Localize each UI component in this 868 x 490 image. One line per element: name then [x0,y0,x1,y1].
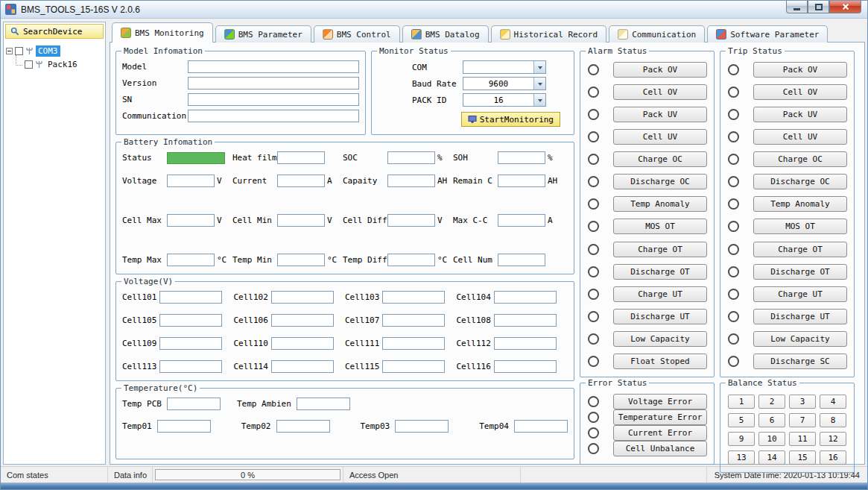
cell106-input[interactable] [271,314,334,327]
charge-ut-button[interactable]: Charge UT [613,286,707,302]
discharge-oc-button[interactable]: Discharge OC [613,174,707,189]
cell103-input[interactable] [382,291,445,304]
balance-cell-12[interactable]: 12 [820,432,846,446]
voltage-input[interactable] [167,175,215,187]
pack16-checkbox[interactable] [25,60,33,69]
max-c-c-input[interactable] [498,214,545,227]
tab-historical-record[interactable]: Historical Record [491,25,607,43]
soc-input[interactable] [387,151,435,164]
pack-uv-button[interactable]: Pack UV [613,107,707,122]
temp-diff-input[interactable] [387,254,435,266]
temp-max-input[interactable] [167,254,215,266]
version-input[interactable] [188,77,359,89]
soh-input[interactable] [498,151,545,164]
communication-input[interactable] [188,110,359,122]
cell116-input[interactable] [494,360,557,373]
tab-bms-datalog[interactable]: BMS Datalog [402,25,489,43]
charge-ot-button[interactable]: Charge OT [613,242,707,257]
balance-cell-13[interactable]: 13 [728,450,755,465]
cell112-input[interactable] [494,337,557,350]
cell113-input[interactable] [159,360,222,373]
current-error-button[interactable]: Current Error [613,425,707,441]
dropdown-arrow-icon[interactable] [533,94,545,106]
balance-cell-8[interactable]: 8 [820,413,846,427]
cell111-input[interactable] [382,337,445,350]
cell-max-input[interactable] [167,214,215,227]
maximize-button[interactable] [808,1,829,13]
cell109-input[interactable] [159,337,222,350]
cell-min-input[interactable] [277,214,325,227]
balance-cell-15[interactable]: 15 [789,450,816,465]
cell-uv-button[interactable]: Cell UV [613,129,707,145]
temp01-input[interactable] [157,420,211,433]
temp-pcb-input[interactable] [167,398,221,410]
search-device-button[interactable]: SearchDevice [5,24,104,39]
temp02-input[interactable] [276,420,330,433]
balance-cell-3[interactable]: 3 [789,395,816,409]
cell-ov-button[interactable]: Cell OV [613,84,707,100]
cell-uv-button[interactable]: Cell UV [753,129,847,145]
discharge-ut-button[interactable]: Discharge UT [753,309,847,324]
balance-cell-11[interactable]: 11 [789,432,816,446]
cell105-input[interactable] [159,314,222,327]
model-input[interactable] [188,60,359,73]
cell102-input[interactable] [271,291,334,304]
balance-cell-2[interactable]: 2 [758,395,785,409]
capaity-input[interactable] [387,175,435,187]
mos-ot-button[interactable]: MOS OT [753,219,847,234]
temp-ambien-input[interactable] [297,398,350,410]
start-monitoring-button[interactable]: StartMonitoring [461,112,560,127]
mos-ot-button[interactable]: MOS OT [613,219,707,234]
discharge-ot-button[interactable]: Discharge OT [613,264,707,280]
com-select[interactable] [463,60,546,74]
charge-ot-button[interactable]: Charge OT [753,242,847,257]
tree-node-pack16[interactable]: Pack16 [6,57,103,71]
balance-cell-7[interactable]: 7 [789,413,816,427]
discharge-sc-button[interactable]: Discharge SC [753,354,847,369]
current-input[interactable] [277,175,325,187]
temp-min-input[interactable] [277,254,325,266]
cell104-input[interactable] [494,291,557,304]
balance-cell-10[interactable]: 10 [758,432,785,446]
discharge-ot-button[interactable]: Discharge OT [753,264,847,280]
cell-ov-button[interactable]: Cell OV [753,84,847,100]
charge-oc-button[interactable]: Charge OC [613,151,707,167]
temp04-input[interactable] [514,420,568,433]
balance-cell-14[interactable]: 14 [758,450,785,465]
tree-expander-icon[interactable] [6,48,13,54]
low-capacity-button[interactable]: Low Capacity [753,331,847,347]
sn-input[interactable] [188,93,359,106]
discharge-ut-button[interactable]: Discharge UT [613,309,707,324]
temp-anomaly-button[interactable]: Temp Anomaly [613,196,707,212]
cell101-input[interactable] [159,291,222,304]
cell114-input[interactable] [271,360,334,373]
cell108-input[interactable] [494,314,557,327]
dropdown-arrow-icon[interactable] [533,78,545,89]
discharge-oc-button[interactable]: Discharge OC [753,174,847,189]
cell-unbalance-button[interactable]: Cell Unbalance [613,441,707,456]
balance-cell-9[interactable]: 9 [728,432,755,446]
remain-c-input[interactable] [498,175,545,187]
tab-bms-parameter[interactable]: BMS Parameter [215,25,311,43]
pack-uv-button[interactable]: Pack UV [753,107,847,122]
com3-checkbox[interactable] [15,47,23,55]
cell110-input[interactable] [271,337,334,350]
voltage-error-button[interactable]: Voltage Error [613,394,707,409]
balance-cell-16[interactable]: 16 [820,450,846,465]
low-capacity-button[interactable]: Low Capacity [613,331,707,347]
pack-ov-button[interactable]: Pack OV [613,62,707,78]
balance-cell-1[interactable]: 1 [728,395,755,409]
heat-film-input[interactable] [277,151,325,164]
temp03-input[interactable] [395,420,449,433]
temp-anomaly-button[interactable]: Temp Anomaly [753,196,847,212]
pack-ov-button[interactable]: Pack OV [753,62,847,78]
charge-oc-button[interactable]: Charge OC [753,151,847,167]
tab-software-parameter[interactable]: Software Parameter [707,25,828,43]
charge-ut-button[interactable]: Charge UT [753,286,847,302]
balance-cell-6[interactable]: 6 [758,413,785,427]
tab-bms-control[interactable]: BMS Control [314,25,400,43]
cell107-input[interactable] [382,314,445,327]
float-stoped-button[interactable]: Float Stoped [613,354,707,369]
balance-cell-4[interactable]: 4 [820,395,846,409]
baud-rate-select[interactable]: 9600 [463,77,546,90]
